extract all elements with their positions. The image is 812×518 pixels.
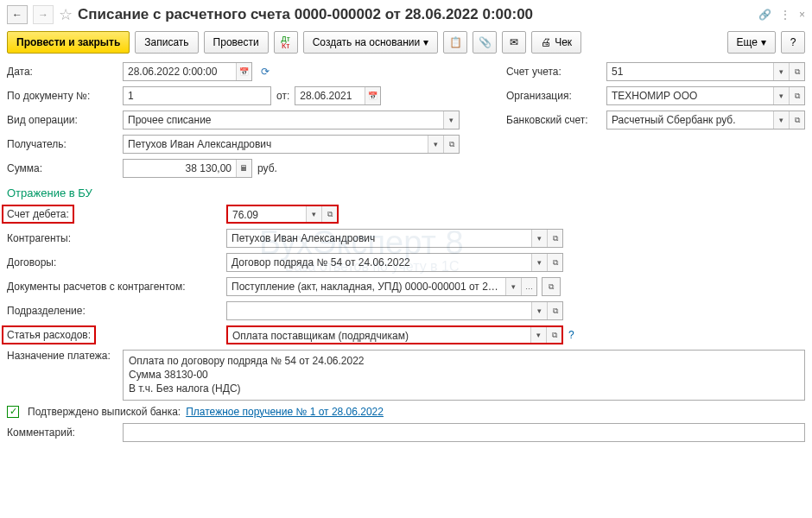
open-icon[interactable]: ⧉: [542, 278, 560, 295]
chevron-down-icon[interactable]: ▾: [773, 63, 789, 80]
expense-item-select[interactable]: Оплата поставщикам (подрядчикам) ▾ ⧉: [226, 325, 563, 344]
back-button[interactable]: ←: [7, 5, 28, 24]
purpose-textarea[interactable]: Оплата по договору подряда № 54 от 24.06…: [123, 350, 805, 401]
comment-input[interactable]: [123, 423, 805, 442]
page-title: Списание с расчетного счета 0000-000002 …: [78, 6, 753, 23]
open-icon[interactable]: ⧉: [547, 254, 562, 271]
open-icon[interactable]: ⧉: [789, 63, 804, 80]
bankacc-select[interactable]: Расчетный Сбербанк руб. ▾ ⧉: [606, 111, 805, 130]
open-icon[interactable]: ⧉: [546, 327, 561, 343]
from-label: от:: [276, 90, 289, 102]
contracts-label: Договоры:: [7, 256, 221, 268]
division-select[interactable]: ▾ ⧉: [226, 301, 563, 320]
attach-button[interactable]: 📎: [473, 31, 497, 54]
favorite-icon[interactable]: ☆: [59, 5, 73, 24]
confirmed-link[interactable]: Платежное поручение № 1 от 28.06.2022: [186, 406, 384, 418]
date-input[interactable]: 28.06.2022 0:00:00 📅: [123, 62, 252, 81]
confirmed-checkbox[interactable]: ✓: [7, 406, 19, 418]
open-icon[interactable]: ⧉: [321, 206, 337, 222]
date-label: Дата:: [7, 66, 117, 78]
recipient-label: Получатель:: [7, 138, 117, 150]
organization-label: Организация:: [506, 90, 601, 102]
debit-account-select[interactable]: 76.09 ▾ ⧉: [226, 205, 339, 224]
more-icon[interactable]: …: [521, 278, 536, 295]
chevron-down-icon[interactable]: ▾: [505, 278, 521, 295]
menu-icon[interactable]: ⋮: [780, 9, 790, 21]
chevron-down-icon[interactable]: ▾: [428, 136, 443, 153]
more-button[interactable]: Еще ▾: [727, 31, 776, 54]
contracts-select[interactable]: Договор подряда № 54 от 24.06.2022 ▾ ⧉: [226, 253, 563, 272]
settle-docs-select[interactable]: Поступление (акт, накладная, УПД) 0000-0…: [226, 277, 537, 296]
debit-account-label: Счет дебета:: [7, 208, 221, 220]
division-label: Подразделение:: [7, 305, 221, 317]
create-based-button[interactable]: Создать на основании ▾: [303, 31, 439, 54]
recipient-select[interactable]: Петухов Иван Александрович ▾ ⧉: [123, 135, 460, 154]
register-button[interactable]: 📋: [443, 31, 467, 54]
account-label: Счет учета:: [506, 66, 601, 78]
doc-num-label: По документу №:: [7, 90, 117, 102]
currency-label: руб.: [257, 162, 277, 174]
chevron-down-icon: ▾: [423, 36, 428, 48]
mail-button[interactable]: ✉: [502, 31, 526, 54]
forward-button[interactable]: →: [33, 5, 54, 24]
chevron-down-icon[interactable]: ▾: [773, 87, 789, 104]
sum-label: Сумма:: [7, 162, 117, 174]
link-icon[interactable]: 🔗: [758, 9, 771, 21]
open-icon[interactable]: ⧉: [443, 136, 459, 153]
account-select[interactable]: 51 ▾ ⧉: [606, 62, 805, 81]
post-button[interactable]: Провести: [204, 31, 269, 54]
counterparty-label: Контрагенты:: [7, 232, 221, 244]
post-close-button[interactable]: Провести и закрыть: [7, 31, 130, 54]
check-button[interactable]: 🖨 Чек: [531, 31, 581, 54]
confirmed-label: Подтверждено выпиской банка:: [28, 406, 181, 418]
bankacc-label: Банковский счет:: [506, 114, 601, 126]
refresh-date-icon[interactable]: ⟳: [261, 66, 270, 78]
chevron-down-icon[interactable]: ▾: [530, 327, 546, 343]
help-icon[interactable]: ?: [568, 329, 574, 341]
chevron-down-icon[interactable]: ▾: [773, 111, 789, 129]
settle-docs-open[interactable]: ⧉: [542, 277, 561, 296]
doc-from-input[interactable]: 28.06.2021 📅: [295, 86, 381, 105]
optype-label: Вид операции:: [7, 114, 117, 126]
doc-num-input[interactable]: 1: [123, 86, 271, 105]
comment-label: Комментарий:: [7, 426, 117, 439]
open-icon[interactable]: ⧉: [547, 302, 562, 319]
write-button[interactable]: Записать: [135, 31, 198, 54]
chevron-down-icon[interactable]: ▾: [531, 230, 547, 247]
counterparty-select[interactable]: Петухов Иван Александрович ▾ ⧉: [226, 229, 563, 248]
purpose-label: Назначение платежа:: [7, 350, 117, 362]
chevron-down-icon[interactable]: ▾: [531, 302, 547, 319]
chevron-down-icon[interactable]: ▾: [531, 254, 547, 271]
settle-docs-label: Документы расчетов с контрагентом:: [7, 281, 221, 293]
optype-select[interactable]: Прочее списание ▾: [123, 111, 460, 130]
close-icon[interactable]: ×: [799, 9, 805, 21]
open-icon[interactable]: ⧉: [789, 111, 804, 129]
sum-input[interactable]: 38 130,00 🖩: [123, 159, 252, 178]
calendar-icon[interactable]: 📅: [236, 63, 251, 80]
section-title: Отражение в БУ: [7, 186, 805, 199]
dtkt-button[interactable]: ДтКт: [274, 31, 298, 54]
open-icon[interactable]: ⧉: [547, 230, 562, 247]
expense-item-label: Статья расходов:: [7, 329, 221, 341]
chevron-down-icon[interactable]: ▾: [306, 206, 321, 222]
organization-select[interactable]: ТЕХНОМИР ООО ▾ ⧉: [606, 86, 805, 105]
calendar-icon[interactable]: 📅: [365, 87, 380, 104]
calculator-icon[interactable]: 🖩: [236, 160, 251, 177]
open-icon[interactable]: ⧉: [789, 87, 804, 104]
chevron-down-icon[interactable]: ▾: [443, 111, 459, 129]
help-button[interactable]: ?: [781, 31, 805, 54]
